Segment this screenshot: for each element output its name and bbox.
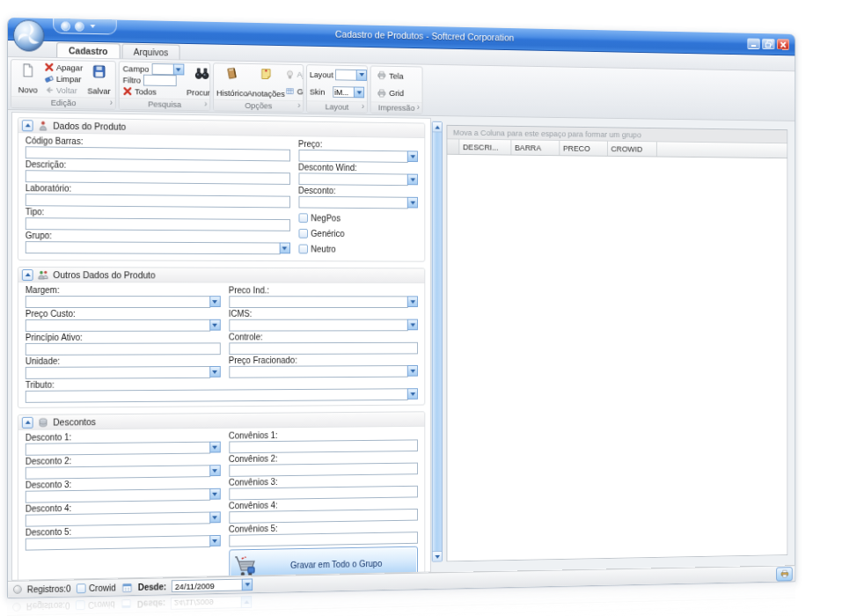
margem-combo-input[interactable] [26, 296, 210, 308]
desconto2-combo-input[interactable] [26, 465, 210, 479]
form-vertical-scrollbar[interactable] [432, 121, 443, 562]
campo-combo-dropdown[interactable] [172, 63, 184, 75]
grid-print-button[interactable]: Grid [377, 87, 420, 99]
icms-combo-dropdown[interactable] [407, 319, 418, 331]
anotacoes-button[interactable]: Anotações [249, 65, 282, 99]
close-button[interactable] [777, 39, 789, 50]
unidade-combo-input[interactable] [26, 366, 210, 379]
desconto4-combo-dropdown[interactable] [209, 511, 220, 523]
chevron-down-icon [212, 300, 217, 304]
laboratorio-input[interactable] [26, 194, 290, 208]
tributo-combo-input[interactable] [26, 388, 408, 403]
preco-fracionado-combo-dropdown[interactable] [407, 365, 418, 377]
unidade-combo-dropdown[interactable] [209, 366, 220, 378]
qat-button-2[interactable] [75, 21, 84, 31]
new-page-icon [20, 62, 35, 77]
group-label-opcoes: Opções › [214, 99, 303, 112]
scroll-up-button[interactable] [433, 122, 442, 133]
desconto5-combo-dropdown[interactable] [209, 535, 220, 546]
preco-fracionado-combo-input[interactable] [229, 365, 408, 378]
skin-combo-dropdown[interactable] [354, 87, 364, 99]
limpar-button[interactable]: Limpar [44, 73, 83, 85]
scrollbar-thumb[interactable] [433, 132, 442, 551]
tela-button[interactable]: Tela [377, 70, 420, 81]
historico-button[interactable]: Histórico [216, 64, 247, 99]
skin-combo-input[interactable] [333, 86, 355, 98]
ribbon-group-opcoes: Histórico Anotações Ajuda Grid+ [213, 62, 304, 113]
group-chevron-icon[interactable]: › [417, 102, 420, 113]
group-chevron-icon[interactable]: › [110, 98, 113, 108]
tributo-combo-dropdown[interactable] [407, 388, 418, 400]
desconto1-combo-input[interactable] [26, 442, 210, 456]
grid-plus-button[interactable]: Grid+ [285, 85, 304, 97]
grid-column-descricao[interactable]: DESCRI... [459, 140, 511, 155]
chevron-down-icon [435, 554, 440, 558]
todos-button[interactable]: Todos [123, 85, 184, 98]
layout-combo-dropdown[interactable] [356, 70, 367, 81]
novo-button[interactable]: Novo [14, 61, 41, 95]
crowid-checkbox[interactable]: Crowid [76, 582, 115, 595]
preco-custo-combo-dropdown[interactable] [209, 319, 220, 331]
tab-arquivos[interactable]: Arquivos [121, 44, 180, 60]
convenios5-input[interactable] [229, 532, 418, 546]
desconto5-combo-input[interactable] [26, 535, 210, 550]
minimize-button[interactable] [747, 38, 759, 49]
qat-button-1[interactable] [61, 21, 70, 31]
preco-combo-dropdown[interactable] [407, 150, 418, 162]
grupo-combo-dropdown[interactable] [279, 243, 289, 254]
preco-ind-combo-input[interactable] [229, 296, 408, 308]
convenios2-input[interactable] [229, 463, 418, 477]
grupo-combo-input[interactable] [26, 241, 280, 254]
negpos-checkbox[interactable]: NegPos [298, 211, 418, 224]
collapse-button[interactable] [22, 120, 33, 131]
desconto3-combo-dropdown[interactable] [209, 488, 220, 500]
descricao-input[interactable] [26, 170, 290, 185]
app-logo-globe-icon[interactable] [12, 18, 46, 53]
icms-combo-input[interactable] [229, 319, 408, 332]
convenios1-input[interactable] [229, 439, 418, 453]
desconto-wind-combo-input[interactable] [298, 172, 408, 186]
desde-date-input[interactable] [172, 579, 243, 592]
neutro-checkbox[interactable]: Neutro [298, 243, 418, 255]
grid-column-crowid[interactable]: CROWID [608, 142, 657, 157]
desconto-combo-input[interactable] [298, 196, 408, 209]
margem-combo-dropdown[interactable] [209, 296, 220, 307]
salvar-button[interactable]: Salvar [85, 62, 113, 97]
grid-body-empty[interactable] [447, 155, 787, 561]
preco-combo-input[interactable] [298, 150, 408, 163]
grid-column-barra[interactable]: BARRA [511, 140, 560, 155]
group-chevron-icon[interactable]: › [297, 100, 300, 111]
group-chevron-icon[interactable]: › [204, 99, 207, 109]
procurar-button[interactable]: Procurar [187, 64, 210, 99]
status-print-button[interactable] [776, 567, 793, 581]
filtro-input[interactable] [143, 75, 177, 86]
principio-ativo-input[interactable] [26, 342, 221, 356]
collapse-button[interactable] [22, 269, 33, 281]
checkbox-icon [298, 228, 307, 238]
preco-custo-combo-input[interactable] [26, 319, 210, 332]
generico-checkbox[interactable]: Genérico [298, 227, 418, 239]
desconto2-combo-dropdown[interactable] [209, 465, 220, 476]
desde-date-dropdown[interactable] [242, 578, 253, 590]
clear-x-icon [123, 86, 133, 96]
group-chevron-icon[interactable]: › [362, 101, 364, 112]
controle-input[interactable] [229, 342, 418, 355]
campo-combo-input[interactable] [151, 63, 173, 75]
apagar-button[interactable]: Apagar [44, 62, 83, 74]
qat-dropdown-caret-icon[interactable] [90, 25, 95, 28]
ajuda-button[interactable]: Ajuda [285, 69, 304, 80]
desconto1-combo-dropdown[interactable] [209, 442, 220, 453]
section-outros-dados: Outros Dados do Produto Margem: Preço Cu… [18, 267, 425, 408]
collapse-button[interactable] [22, 416, 33, 428]
layout-combo-input[interactable] [335, 69, 356, 80]
tipo-input[interactable] [26, 217, 290, 231]
grid-column-preco[interactable]: PRECO [560, 141, 608, 156]
desconto-wind-combo-dropdown[interactable] [407, 174, 418, 186]
save-floppy-icon [92, 64, 106, 79]
desconto-combo-dropdown[interactable] [407, 197, 418, 209]
scroll-down-button[interactable] [433, 551, 442, 561]
preco-ind-combo-dropdown[interactable] [407, 296, 418, 307]
tab-cadastro[interactable]: Cadastro [56, 42, 120, 58]
restore-button[interactable] [762, 39, 774, 50]
voltar-button[interactable]: Voltar [44, 84, 83, 97]
